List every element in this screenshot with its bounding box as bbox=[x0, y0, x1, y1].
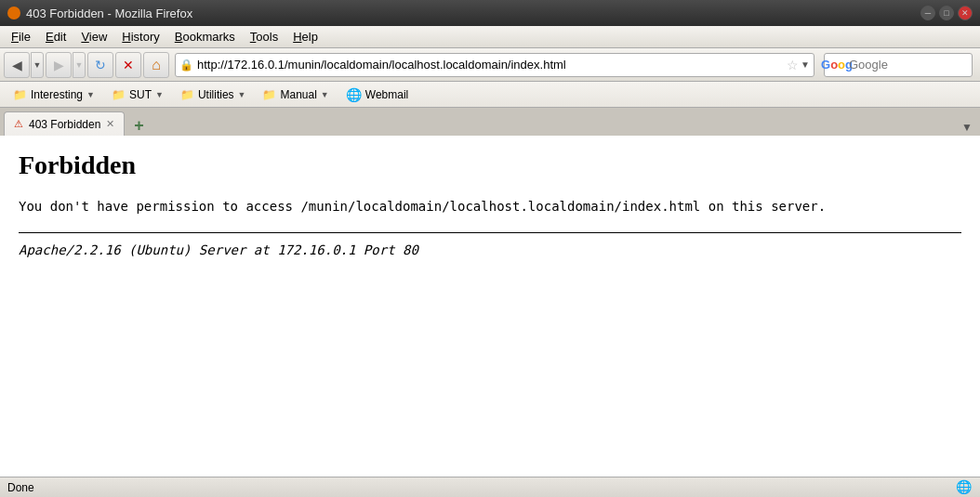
tab-close-button[interactable]: ✕ bbox=[106, 118, 114, 130]
menu-view[interactable]: View bbox=[73, 28, 114, 46]
back-dropdown[interactable]: ▼ bbox=[31, 52, 44, 78]
bookmark-interesting[interactable]: 📁 Interesting ▼ bbox=[6, 86, 102, 103]
server-info: Apache/2.2.16 (Ubuntu) Server at 172.16.… bbox=[19, 242, 961, 257]
titlebar: 403 Forbidden - Mozilla Firefox ─ □ ✕ bbox=[0, 0, 980, 26]
bookmark-webmail[interactable]: 🌐 Webmail bbox=[338, 85, 416, 104]
window-title: 403 Forbidden - Mozilla Firefox bbox=[26, 7, 920, 20]
menu-tools[interactable]: Tools bbox=[243, 28, 285, 46]
new-tab-button[interactable]: + bbox=[128, 115, 149, 136]
tab-bar-right: ▼ bbox=[149, 119, 976, 136]
bookmark-interesting-label: Interesting bbox=[31, 88, 83, 101]
bookmark-sut-label: SUT bbox=[129, 88, 152, 101]
window-controls: ─ □ ✕ bbox=[920, 6, 973, 20]
bookmarks-bar: 📁 Interesting ▼ 📁 SUT ▼ 📁 Utilities ▼ 📁 … bbox=[0, 82, 980, 108]
bookmark-arrow-icon: ▼ bbox=[155, 90, 164, 99]
back-button[interactable]: ◀ bbox=[4, 52, 30, 78]
bookmark-sut[interactable]: 📁 SUT ▼ bbox=[104, 86, 171, 103]
page-content: Forbidden You don't have permission to a… bbox=[0, 136, 980, 497]
tab-bar: ⚠ 403 Forbidden ✕ + ▼ bbox=[0, 108, 980, 136]
menu-bookmarks[interactable]: Bookmarks bbox=[167, 28, 243, 46]
search-input[interactable] bbox=[849, 58, 980, 72]
url-input[interactable] bbox=[197, 58, 785, 72]
bookmark-manual-label: Manual bbox=[280, 88, 316, 101]
bookmark-arrow-icon: ▼ bbox=[86, 90, 95, 99]
page-divider bbox=[19, 232, 961, 233]
active-tab[interactable]: ⚠ 403 Forbidden ✕ bbox=[4, 111, 125, 136]
home-button[interactable]: ⌂ bbox=[143, 52, 169, 78]
menu-edit[interactable]: Edit bbox=[38, 28, 73, 46]
page-title: Forbidden bbox=[19, 150, 961, 180]
folder-icon: 📁 bbox=[13, 88, 27, 101]
folder-icon: 📁 bbox=[180, 88, 194, 101]
bookmark-utilities[interactable]: 📁 Utilities ▼ bbox=[173, 86, 254, 103]
firefox-icon bbox=[7, 7, 20, 20]
toolbar: ◀ ▼ ▶ ▼ ↻ ✕ ⌂ 🔒 ☆ ▼ Goog 🔍 bbox=[0, 48, 980, 82]
search-bar: Goog 🔍 bbox=[824, 53, 973, 77]
url-security-icon: 🔒 bbox=[179, 59, 193, 72]
close-button[interactable]: ✕ bbox=[958, 6, 973, 20]
url-bar[interactable]: 🔒 ☆ ▼ bbox=[175, 53, 814, 77]
status-bar: Done 🌐 bbox=[0, 477, 980, 497]
browser-window: 403 Forbidden - Mozilla Firefox ─ □ ✕ Fi… bbox=[0, 0, 980, 497]
network-icon: 🌐 bbox=[956, 479, 973, 496]
forward-button[interactable]: ▶ bbox=[46, 52, 72, 78]
tab-favicon-icon: ⚠ bbox=[14, 118, 23, 130]
minimize-button[interactable]: ─ bbox=[920, 6, 935, 20]
forbidden-message: You don't have permission to access /mun… bbox=[19, 199, 961, 214]
webmail-icon: 🌐 bbox=[346, 87, 362, 102]
menubar: File Edit View History Bookmarks Tools H… bbox=[0, 26, 980, 48]
bookmark-manual[interactable]: 📁 Manual ▼ bbox=[255, 86, 336, 103]
reload-button[interactable]: ↻ bbox=[87, 52, 113, 78]
folder-icon: 📁 bbox=[262, 88, 276, 101]
search-engine-icon: Goog bbox=[828, 57, 845, 73]
menu-help[interactable]: Help bbox=[285, 28, 325, 46]
tab-scroll-down-button[interactable]: ▼ bbox=[958, 119, 976, 136]
url-dropdown-icon[interactable]: ▼ bbox=[801, 59, 810, 70]
bookmark-webmail-label: Webmail bbox=[365, 88, 408, 101]
bookmark-utilities-label: Utilities bbox=[198, 88, 234, 101]
bookmark-star-icon[interactable]: ☆ bbox=[787, 58, 799, 72]
bookmark-arrow-icon: ▼ bbox=[238, 90, 246, 99]
maximize-button[interactable]: □ bbox=[939, 6, 954, 20]
tab-label: 403 Forbidden bbox=[29, 118, 100, 131]
menu-file[interactable]: File bbox=[4, 28, 38, 46]
forward-dropdown[interactable]: ▼ bbox=[73, 52, 86, 78]
stop-button[interactable]: ✕ bbox=[115, 52, 141, 78]
menu-history[interactable]: History bbox=[114, 28, 166, 46]
bookmark-arrow-icon: ▼ bbox=[321, 90, 329, 99]
status-text: Done bbox=[7, 481, 956, 494]
folder-icon: 📁 bbox=[112, 88, 126, 101]
